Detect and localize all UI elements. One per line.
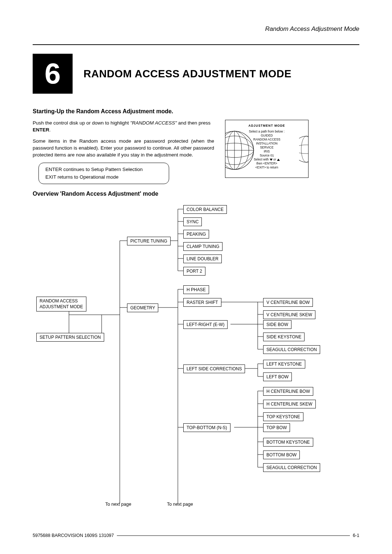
node-top-bottom: TOP-BOTTOM (N-S) [183,423,230,432]
svg-point-8 [299,145,309,154]
node-bottom-keystone: BOTTOM KEYSTONE [263,438,313,447]
paragraph-1: Push the control disk up or down to high… [33,120,214,134]
footer-rule [117,535,350,536]
node-v-centerline-skew: V CENTERLINE SKEW [263,310,315,319]
partial-globe-icon [299,135,309,164]
node-side-bow: SIDE BOW [263,320,291,329]
footer-page-number: 6-1 [353,533,359,538]
label-next-page-2: To next page [167,502,193,507]
node-left-side-corr: LEFT SIDE CORRECTIONS [183,364,245,373]
osd-screen-illustration: ADJUSTMENT MODE Select a path from below… [225,120,309,178]
page-footer: 5975688 BARCOVISION 1609S 131097 6-1 [33,533,359,538]
chapter-number-box: 6 [33,54,73,94]
arrow-up-icon [277,159,280,161]
node-left-bow: LEFT BOW [263,372,292,381]
svg-point-7 [299,136,309,162]
header-text: Random Access Adjustment Mode [265,25,359,32]
node-top-keystone: TOP KEYSTONE [263,412,303,421]
node-sync: SYNC [183,217,202,226]
node-top-bow: TOP BOW [263,423,290,432]
node-left-right: LEFT-RIGHT (E-W) [183,320,228,329]
page: Random Access Adjustment Mode 6 RANDOM A… [33,25,359,536]
node-side-keystone: SIDE KEYSTONE [263,333,305,341]
node-h-centerline-skew: H CENTERLINE SKEW [263,400,316,408]
node-random-access: RANDOM ACCESS ADJUSTMENT MODE [36,297,86,311]
header-rule [33,44,359,45]
node-seagull-2: SEAGULL CORRECTION [263,463,320,472]
node-bottom-bow: BOTTOM BOW [263,451,300,459]
svg-point-9 [301,136,309,162]
node-setup-pattern: SETUP PATTERN SELECTION [36,333,104,342]
node-color-balance: COLOR BALANCE [183,205,227,214]
node-raster-shift: RASTER SHIFT [183,298,221,307]
chapter-heading: 6 RANDOM ACCESS ADJUSTMENT MODE [33,54,359,94]
footer-doc-id: 5975688 BARCOVISION 1609S 131097 [33,533,114,538]
node-port2: PORT 2 [183,267,205,276]
chapter-title: RANDOM ACCESS ADJUSTMENT MODE [83,68,291,80]
label-next-page-1: To next page [105,502,131,507]
node-v-centerline-bow: V CENTERLINE BOW [263,298,313,307]
node-left-keystone: LEFT KEYSTONE [263,360,305,368]
paragraph-2: Some items in the Random access mode are… [33,138,214,159]
intro-columns: Push the control disk up or down to high… [33,120,359,184]
arrow-down-icon [270,159,273,161]
section-overview: Overview 'Random Access Adjustment' mode [33,191,359,197]
intro-text-column: Push the control disk up or down to high… [33,120,214,184]
osd-text: ADJUSTMENT MODE Select a path from below… [238,124,296,170]
node-clamp-tuning: CLAMP TUNING [183,242,222,251]
node-hphase: H PHASE [183,285,209,294]
section-starting-up: Starting-Up the Random Access Adjustment… [33,108,359,115]
node-h-centerline-bow: H CENTERLINE BOW [263,387,313,396]
node-peaking: PEAKING [183,230,209,239]
chapter-number: 6 [45,57,61,90]
hint-box: ENTER continues to Setup Pattern Selecti… [38,163,169,184]
node-seagull-1: SEAGULL CORRECTION [263,345,320,354]
running-header: Random Access Adjustment Mode [33,25,359,34]
node-picture-tuning: PICTURE TUNING [127,237,171,245]
hierarchy-diagram: RANDOM ACCESS ADJUSTMENT MODE SETUP PATT… [33,202,359,522]
node-line-doubler: LINE DOUBLER [183,254,222,263]
node-geometry: GEOMETRY [127,304,158,312]
